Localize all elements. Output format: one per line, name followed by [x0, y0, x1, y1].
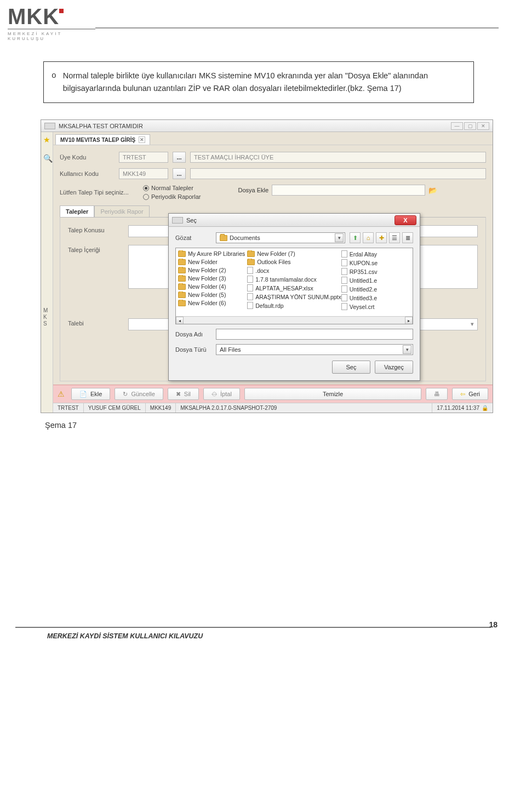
view-details-icon[interactable]: ≣	[402, 232, 413, 243]
file-dialog: Seç X Gözat Documents ▾ ⬆	[168, 213, 420, 381]
file-item[interactable]: New Folder (5)	[178, 291, 247, 298]
dosya-turu-combo[interactable]: All Files ▾	[216, 344, 413, 355]
file-item-label: New Folder (5)	[188, 291, 226, 298]
location-value: Documents	[230, 235, 260, 241]
page-number: 18	[489, 620, 498, 629]
folder-open-icon[interactable]: 📂	[428, 186, 437, 195]
nav-home-icon[interactable]: ⌂	[363, 232, 374, 243]
new-folder-icon[interactable]: ✚	[376, 232, 387, 243]
scroll-left-icon[interactable]: ◂	[176, 317, 184, 324]
file-item[interactable]: 1.7.8 tanımlamalar.docx	[247, 276, 341, 283]
folder-icon	[247, 259, 255, 265]
uye-kodu-lookup-button[interactable]: ...	[173, 152, 186, 163]
combo-arrow-icon[interactable]: ▾	[403, 345, 411, 354]
file-item[interactable]: My Axure RP Libraries	[178, 250, 247, 257]
folder-icon	[178, 276, 186, 282]
file-icon	[247, 293, 253, 300]
dialog-icon	[172, 217, 183, 224]
logo-dot	[59, 9, 64, 13]
print-button[interactable]: 🖶	[426, 388, 448, 400]
dosya-turu-value: All Files	[220, 346, 241, 353]
file-item[interactable]: New Folder (3)	[178, 275, 247, 282]
file-item[interactable]: .docx	[247, 267, 341, 274]
file-item-label: New Folder	[188, 259, 218, 265]
file-icon	[247, 267, 253, 274]
talep-icerigi-label: Talep İçeriği	[68, 245, 123, 253]
search-icon[interactable]: 🔍	[43, 154, 51, 162]
close-button[interactable]: ✕	[477, 122, 489, 130]
file-item[interactable]: New Folder (4)	[178, 283, 247, 290]
combo-arrow-icon[interactable]: ▾	[335, 233, 344, 242]
file-item-label: ALPTATA_HESAP.xlsx	[255, 285, 313, 291]
radio-periyodik-raporlar[interactable]: Periyodik Raporlar	[143, 193, 201, 200]
radio-normal-talepler[interactable]: Normal Talepler	[143, 185, 201, 191]
guncelle-button[interactable]: ↻Güncelle	[115, 388, 163, 400]
file-item[interactable]: Veysel.crt	[341, 303, 410, 310]
file-item[interactable]: RP351.csv	[341, 268, 410, 275]
file-icon	[247, 284, 253, 291]
mks-vertical-label: M K S	[43, 307, 48, 327]
dialog-close-button[interactable]: X	[395, 215, 416, 225]
file-item-label: New Folder (3)	[188, 275, 226, 282]
file-item-label: New Folder (6)	[188, 300, 226, 306]
sil-button[interactable]: ✖Sil	[168, 388, 199, 400]
file-item[interactable]: New Folder (7)	[247, 250, 341, 257]
file-item[interactable]: ARAŞTIRMA YÖNT SUNUM.pptx	[247, 293, 341, 300]
view-list-icon[interactable]: ☰	[389, 232, 400, 243]
lock-icon: 🔒	[482, 405, 488, 411]
dosya-adi-field[interactable]	[216, 329, 413, 340]
kullanici-kodu-field[interactable]: MKK149	[119, 168, 168, 179]
sec-button[interactable]: Seç	[332, 361, 370, 374]
radio-dot-icon	[143, 185, 149, 191]
back-arrow-icon: ⇦	[460, 391, 465, 398]
dosya-adi-label: Dosya Adı	[175, 331, 211, 338]
file-item-label: Untitled2.e	[350, 286, 377, 293]
uye-kodu-field[interactable]: TRTEST	[119, 152, 168, 163]
file-list-scrollbar[interactable]: ◂ ▸	[176, 316, 413, 324]
file-item-label: Default.rdp	[255, 302, 283, 309]
kullanici-kodu-lookup-button[interactable]: ...	[173, 168, 186, 179]
app-titlebar: MKSALPHA TEST ORTAMIDIR — ▢ ✕	[41, 120, 493, 132]
file-item[interactable]: Untitled1.e	[341, 277, 410, 284]
kullanici-kodu-label: Kullanıcı Kodu	[60, 170, 115, 177]
file-item[interactable]: KUPON.se	[341, 259, 410, 266]
nav-up-icon[interactable]: ⬆	[350, 232, 361, 243]
file-item[interactable]: ALPTATA_HESAP.xlsx	[247, 284, 341, 291]
status-uye: TRTEST	[53, 403, 84, 413]
file-item[interactable]: Outlook Files	[247, 259, 341, 265]
iptal-button[interactable]: ⦵İptal	[203, 388, 240, 400]
favorites-icon[interactable]: ★	[43, 135, 51, 143]
folder-icon	[178, 284, 186, 290]
location-combo[interactable]: Documents ▾	[216, 232, 345, 243]
status-time: 17.11.2014 11:37	[437, 405, 479, 411]
radio-empty-icon	[143, 194, 149, 200]
gozat-label: Gözat	[175, 235, 211, 241]
screen-tab[interactable]: MV10 MEVITAS TALEP GİRİŞ ✕	[55, 134, 150, 145]
file-item[interactable]: Erdal Altay	[341, 250, 410, 258]
tab-talepler[interactable]: Talepler	[60, 205, 94, 217]
file-item-label: Veysel.crt	[350, 304, 375, 310]
geri-button[interactable]: ⇦Geri	[452, 388, 488, 400]
file-item[interactable]: New Folder (6)	[178, 300, 247, 306]
file-item[interactable]: New Folder (2)	[178, 267, 247, 273]
tab-close-icon[interactable]: ✕	[139, 136, 145, 143]
file-item[interactable]: Default.rdp	[247, 302, 341, 309]
file-item-label: KUPON.se	[350, 260, 378, 266]
ekle-button[interactable]: 📄Ekle	[71, 388, 110, 400]
tab-periyodik-raporlar[interactable]: Periyodik Rapor	[94, 205, 149, 217]
refresh-icon: ↻	[123, 391, 128, 398]
file-item-label: New Folder (2)	[188, 267, 226, 273]
file-item[interactable]: Untitled2.e	[341, 285, 410, 293]
minimize-button[interactable]: —	[451, 122, 463, 130]
dosya-ekle-field[interactable]	[272, 185, 425, 196]
file-icon	[341, 277, 347, 284]
maximize-button[interactable]: ▢	[464, 122, 476, 130]
scroll-right-icon[interactable]: ▸	[405, 317, 413, 324]
file-icon	[341, 294, 347, 301]
file-item[interactable]: Untitled3.e	[341, 294, 410, 301]
file-list[interactable]: My Axure RP LibrariesNew FolderNew Folde…	[175, 248, 413, 324]
temizle-button[interactable]: Temizle	[244, 388, 421, 400]
file-item[interactable]: New Folder	[178, 259, 247, 265]
cancel-icon: ⦵	[211, 391, 217, 398]
vazgec-button[interactable]: Vazgeç	[375, 361, 413, 374]
